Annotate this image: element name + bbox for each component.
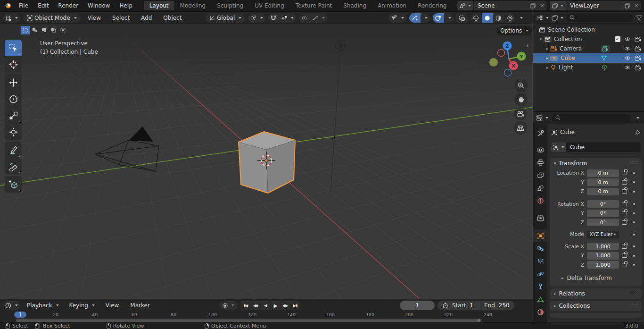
end-frame-field[interactable]: 250: [499, 302, 510, 309]
shading-wireframe-button[interactable]: [471, 13, 481, 23]
outliner-row-cube[interactable]: ▸ Cube: [533, 53, 644, 63]
editor-type-button[interactable]: [3, 13, 20, 23]
shading-rendered-button[interactable]: [504, 13, 515, 23]
browse-object-button[interactable]: [551, 143, 566, 152]
timeline-scrollbar[interactable]: [16, 319, 481, 322]
prev-keyframe-button[interactable]: ◀◆: [251, 301, 260, 310]
animate-dot[interactable]: [633, 172, 635, 174]
browse-scene-button[interactable]: [457, 1, 474, 10]
select-mode-new[interactable]: [21, 26, 30, 34]
timeline-editor-type-button[interactable]: [3, 301, 20, 310]
outliner-row-collection[interactable]: ▾ Collection ✓: [533, 34, 644, 44]
delta-transform-subpanel[interactable]: ▸ Delta Transform: [550, 272, 642, 284]
panel-grip[interactable]: ::::: [630, 160, 638, 165]
tab-output[interactable]: [533, 156, 547, 169]
disable-render-icon[interactable]: [635, 65, 641, 70]
snap-toggle[interactable]: [268, 13, 279, 23]
tool-measure[interactable]: [5, 158, 22, 175]
hide-eye-icon[interactable]: [624, 65, 631, 70]
transform-orientation-dropdown[interactable]: Global: [206, 13, 245, 23]
shading-solid-button[interactable]: [482, 13, 493, 23]
xray-toggle[interactable]: [456, 13, 468, 23]
mode-selector[interactable]: Object Mode: [23, 13, 81, 23]
animate-dot[interactable]: [633, 221, 635, 223]
tab-particles[interactable]: [533, 255, 547, 268]
timeline-ruler[interactable]: 20 40 60 80 100 120 140 160 180 200 220 …: [0, 312, 533, 318]
menu-view[interactable]: View: [83, 15, 105, 21]
hide-eye-icon[interactable]: [624, 46, 631, 51]
workspace-tab-texture-paint[interactable]: Texture Paint: [290, 1, 338, 10]
current-frame-field[interactable]: 1: [400, 301, 435, 310]
expand-arrow-icon[interactable]: ▸: [545, 46, 550, 51]
menu-select[interactable]: Select: [108, 15, 134, 21]
select-mode-invert[interactable]: [49, 26, 58, 34]
location-z-field[interactable]: 0 m: [587, 188, 619, 195]
proportional-editing-toggle[interactable]: [299, 13, 310, 23]
gizmo-neg-y[interactable]: [489, 58, 498, 67]
viewlayer-name[interactable]: ViewLayer: [566, 2, 622, 9]
timeline-view-menu[interactable]: View: [101, 302, 123, 309]
tool-transform[interactable]: [5, 124, 22, 140]
tool-scale[interactable]: [5, 107, 22, 124]
pin-icon[interactable]: [635, 129, 641, 135]
camera-view-button[interactable]: [514, 107, 527, 120]
location-x-field[interactable]: 0 m: [587, 169, 619, 177]
lock-icon[interactable]: [619, 211, 629, 215]
start-frame-field[interactable]: 1: [470, 302, 473, 309]
select-mode-intersect[interactable]: [58, 26, 67, 34]
play-button[interactable]: ▶: [271, 301, 280, 310]
gizmo-neg-z[interactable]: [504, 69, 512, 76]
tab-scene[interactable]: [533, 182, 547, 194]
proportional-falloff-dropdown[interactable]: [310, 13, 327, 23]
tool-add-cube[interactable]: [5, 176, 22, 193]
select-mode-subtract[interactable]: [40, 26, 49, 34]
tab-material[interactable]: [533, 306, 547, 319]
disable-render-icon[interactable]: [635, 56, 641, 61]
tool-select-box[interactable]: [5, 40, 22, 56]
animate-dot[interactable]: [633, 181, 635, 183]
outliner-row-camera[interactable]: ▸ Camera: [533, 44, 644, 53]
browse-viewlayer-button[interactable]: [550, 1, 566, 10]
rotation-z-field[interactable]: 0°: [587, 219, 619, 226]
workspace-tab-uv-editing[interactable]: UV Editing: [249, 1, 290, 10]
blender-logo-icon[interactable]: [0, 2, 14, 9]
scene-name[interactable]: Scene: [474, 2, 528, 9]
auto-keying-toggle[interactable]: [220, 301, 237, 310]
animate-dot[interactable]: [633, 245, 635, 247]
location-y-field[interactable]: 0 m: [587, 178, 619, 186]
ortho-toggle-button[interactable]: [514, 121, 527, 135]
animate-dot[interactable]: [633, 212, 635, 214]
new-viewlayer-button[interactable]: [622, 1, 632, 10]
snap-settings-dropdown[interactable]: [279, 13, 296, 23]
mesh-data-icon[interactable]: [601, 55, 607, 61]
outliner-display-mode-dropdown[interactable]: [537, 15, 549, 21]
transform-panel-header[interactable]: ▾ Transform ::::: [550, 158, 642, 169]
menu-render[interactable]: Render: [53, 2, 83, 9]
timeline-marker-menu[interactable]: Marker: [126, 302, 154, 309]
lock-icon[interactable]: [619, 220, 629, 225]
properties-search-input[interactable]: [552, 114, 631, 122]
workspace-tab-sculpting[interactable]: Sculpting: [211, 1, 249, 10]
tab-world[interactable]: [533, 194, 547, 207]
properties-options-dropdown[interactable]: [636, 117, 639, 119]
scale-z-field[interactable]: 1.000: [587, 261, 619, 269]
menu-help[interactable]: Help: [115, 2, 137, 9]
scale-x-field[interactable]: 1.000: [587, 243, 619, 250]
tab-collection[interactable]: [533, 212, 547, 225]
viewport-3d[interactable]: User Perspective (1) Collection | Cube O…: [0, 24, 533, 299]
shading-dropdown[interactable]: [516, 13, 525, 23]
overlays-toggle[interactable]: [433, 13, 444, 23]
tab-view-layer[interactable]: [533, 169, 547, 182]
next-keyframe-button[interactable]: ◆▶: [281, 301, 290, 310]
filter-icon[interactable]: [636, 15, 642, 21]
menu-object[interactable]: Object: [159, 15, 186, 21]
menu-window[interactable]: Window: [83, 2, 115, 9]
collections-panel[interactable]: ▸ Collections ::::: [550, 301, 642, 311]
disable-render-icon[interactable]: [635, 46, 641, 51]
tab-render[interactable]: [533, 143, 547, 156]
gizmos-dropdown[interactable]: [421, 13, 430, 23]
light-data-icon[interactable]: [602, 65, 607, 71]
show-objects-dropdown[interactable]: [388, 13, 406, 23]
viewport-canvas[interactable]: [0, 24, 533, 299]
pivot-point-dropdown[interactable]: [248, 13, 265, 23]
